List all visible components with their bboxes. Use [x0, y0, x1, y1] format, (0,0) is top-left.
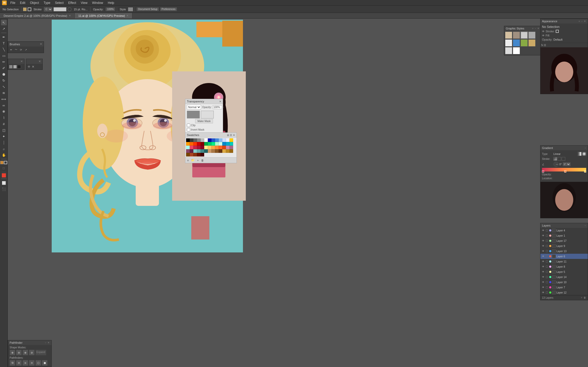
layer-lock-11[interactable]: [546, 286, 548, 288]
tool-blob[interactable]: ⬟: [1, 71, 7, 77]
tool-pencil[interactable]: ✐: [1, 65, 7, 71]
style-swatch[interactable]: [128, 7, 133, 11]
swatch-0[interactable]: [186, 138, 190, 142]
shape-mode-4[interactable]: ⊘: [29, 350, 35, 355]
transparency-opacity-input[interactable]: [213, 105, 222, 109]
layer-lock-6[interactable]: [546, 260, 548, 263]
layer-lock-3[interactable]: [546, 245, 548, 247]
layer-row[interactable]: 👁 Layer 1: [540, 233, 588, 238]
layers-minimize[interactable]: −: [584, 224, 586, 227]
pf-btn-2[interactable]: ⧈: [16, 360, 22, 366]
gradient-stroke-icon-1[interactable]: [553, 157, 557, 161]
gs-swatch-6[interactable]: [513, 39, 520, 47]
swatch-8[interactable]: [215, 138, 219, 142]
tab-close-0[interactable]: ✕: [69, 14, 71, 17]
appearance-expand[interactable]: »: [578, 20, 580, 23]
gradient-stroke-icon-2[interactable]: [558, 157, 561, 161]
tool-pen[interactable]: ✒: [1, 34, 7, 40]
stroke-tool-box[interactable]: [4, 161, 7, 164]
transparency-arrow[interactable]: ›: [223, 106, 224, 109]
layers-new-layer[interactable]: +: [581, 296, 583, 299]
swatch-32[interactable]: [208, 146, 211, 149]
brush-tool-4[interactable]: ↗: [24, 48, 28, 52]
layer-lock-0[interactable]: [546, 229, 548, 231]
layer-eye-3[interactable]: 👁: [541, 244, 545, 248]
swatch-35[interactable]: [219, 146, 222, 149]
gradient-angle-wheel[interactable]: [553, 162, 559, 167]
shape-mode-3[interactable]: ⊗: [22, 350, 28, 355]
swatch-31[interactable]: [204, 146, 208, 149]
swatch-26[interactable]: [186, 146, 190, 149]
swatch-38[interactable]: [230, 146, 233, 149]
swatch-48[interactable]: [219, 149, 222, 153]
brush-tool-3[interactable]: ⟳: [19, 48, 23, 52]
brush-panel2-close[interactable]: ✕: [20, 60, 23, 63]
gs-swatch-5[interactable]: [505, 39, 512, 47]
menu-effect[interactable]: Effect: [66, 1, 78, 5]
swatch-3[interactable]: [197, 138, 201, 142]
layer-row[interactable]: 👁 Layer 14: [540, 274, 588, 280]
document-setup-btn[interactable]: Document Setup: [136, 7, 159, 11]
brush-tool-2[interactable]: 〜: [14, 48, 18, 52]
swatch-15[interactable]: [193, 142, 197, 146]
layer-eye-10[interactable]: 👁: [541, 281, 545, 284]
layer-lock-1[interactable]: [546, 235, 548, 237]
swatch-6[interactable]: [208, 138, 211, 142]
gradient-angle-select[interactable]: 0°: [563, 162, 571, 166]
swatch-24[interactable]: [226, 142, 230, 146]
graphic-styles-minimize[interactable]: −: [534, 27, 536, 30]
swatch-50[interactable]: [226, 149, 230, 153]
swatch-41[interactable]: [193, 149, 197, 153]
swatch-56[interactable]: [201, 153, 204, 156]
appearance-icon-1[interactable]: fx: [541, 44, 543, 47]
gradient-stop-3[interactable]: [584, 170, 586, 173]
layer-lock-9[interactable]: [546, 276, 548, 278]
tool-gradient[interactable]: ◫: [1, 127, 7, 133]
swatch-42[interactable]: [197, 149, 201, 153]
make-mask-btn[interactable]: Make Mask: [195, 119, 213, 123]
invert-mask-checkbox[interactable]: [187, 128, 190, 131]
tool-measure[interactable]: ┊: [1, 140, 7, 145]
layer-eye-7[interactable]: 👁: [541, 265, 545, 268]
tool-selection[interactable]: ↖: [1, 20, 7, 25]
brush-panel-close[interactable]: ✕: [40, 42, 42, 46]
tool-blend[interactable]: ∞: [1, 102, 7, 108]
swatch-53[interactable]: [190, 153, 193, 156]
swatches-list-btn[interactable]: ☰: [230, 134, 232, 137]
preferences-btn[interactable]: Preferences: [160, 7, 177, 11]
tool-mesh[interactable]: #: [1, 121, 7, 127]
menu-file[interactable]: File: [8, 1, 17, 5]
bp3-icon-1[interactable]: ✛: [27, 65, 31, 69]
gradient-linear-btn[interactable]: [577, 152, 582, 156]
opacity-value[interactable]: 100%: [105, 7, 115, 11]
gradient-stroke-icon-3[interactable]: [562, 157, 565, 161]
menu-help[interactable]: Help: [106, 1, 116, 5]
gs-swatch-2[interactable]: [513, 32, 520, 39]
tool-symbol[interactable]: ❋: [1, 109, 7, 114]
layer-lock-4[interactable]: [546, 250, 548, 252]
swatch-34[interactable]: [215, 146, 219, 149]
menu-edit[interactable]: Edit: [18, 1, 27, 5]
layer-row[interactable]: 👁 Layer 17: [540, 238, 588, 243]
swatches-close[interactable]: ✕: [233, 134, 235, 137]
tool-paintbrush[interactable]: ✏: [1, 59, 7, 65]
tool-rotate[interactable]: ↻: [1, 78, 7, 83]
swatch-25[interactable]: [230, 142, 233, 146]
swatch-23[interactable]: [222, 142, 226, 146]
fill-tool-box[interactable]: [0, 161, 4, 164]
layer-eye-6[interactable]: 👁: [541, 260, 545, 263]
swatch-46[interactable]: [211, 149, 215, 153]
swatch-27[interactable]: [190, 146, 193, 149]
layer-lock-10[interactable]: [546, 281, 548, 283]
menu-window[interactable]: Window: [90, 1, 105, 5]
stroke-select[interactable]: C: [44, 7, 52, 12]
layer-lock-5[interactable]: [546, 255, 548, 257]
stroke-row-color[interactable]: [556, 30, 559, 33]
swatches-grid-btn[interactable]: ⊞: [227, 134, 229, 137]
layer-eye-4[interactable]: 👁: [541, 250, 545, 253]
menu-view[interactable]: View: [79, 1, 90, 5]
sw-new-swatch-btn[interactable]: +: [196, 159, 199, 162]
tool-type[interactable]: T: [1, 40, 7, 46]
bp2-swatch-1[interactable]: [9, 65, 13, 69]
tool-draw-inside[interactable]: ⬜: [1, 180, 7, 186]
